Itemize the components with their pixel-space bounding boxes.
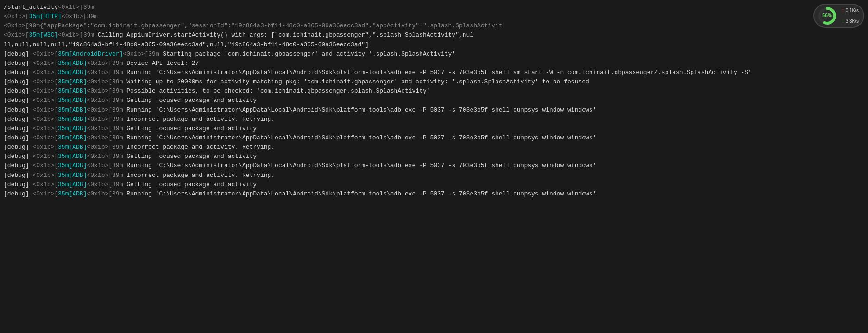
upload-speed-row: ↑ 0.1K/s [842,6,859,15]
upload-speed-value: 0.1K/s [846,7,859,14]
log-line-12: [debug] <0x1b>[35m[ADB]<0x1b>[39m Runnin… [4,106,864,115]
log-line-8: [debug] <0x1b>[35m[ADB]<0x1b>[39m Runnin… [4,68,864,77]
log-line-9: [debug] <0x1b>[35m[ADB]<0x1b>[39m Waitin… [4,77,864,87]
log-line-20: [debug] <0x1b>[35m[ADB]<0x1b>[39m Gettin… [4,180,864,189]
log-line-17: [debug] <0x1b>[35m[ADB]<0x1b>[39m Gettin… [4,152,864,161]
log-line-15: [debug] <0x1b>[35m[ADB]<0x1b>[39m Runnin… [4,133,864,143]
log-line-13: [debug] <0x1b>[35m[ADB]<0x1b>[39m Incorr… [4,115,864,124]
log-line-14: [debug] <0x1b>[35m[ADB]<0x1b>[39m Gettin… [4,124,864,133]
log-line-21: [debug] <0x1b>[35m[ADB]<0x1b>[39m Runnin… [4,189,864,199]
terminal: /start_activity<0x1b>[39m <0x1b>[35m[HTT… [0,0,868,333]
log-line-6: [debug] <0x1b>[35m[AndroidDriver]<0x1b>[… [4,50,864,59]
log-line-1: /start_activity<0x1b>[39m [4,3,864,12]
log-line-2: <0x1b>[35m[HTTP]<0x1b>[39m [4,12,864,21]
cpu-percent-label: 56% [822,12,832,19]
log-line-18: [debug] <0x1b>[35m[ADB]<0x1b>[39m Runnin… [4,161,864,170]
log-line-16: [debug] <0x1b>[35m[ADB]<0x1b>[39m Incorr… [4,143,864,152]
log-line-3: <0x1b>[90m{"appPackage":"com.ichinait.gb… [4,21,864,31]
download-speed-value: 3.3K/s [846,18,859,25]
download-arrow-icon: ↓ [842,17,844,25]
cpu-donut-chart: 56% [817,6,837,26]
log-line-7: [debug] <0x1b>[35m[ADB]<0x1b>[39m Device… [4,59,864,68]
log-line-11: [debug] <0x1b>[35m[ADB]<0x1b>[39m Gettin… [4,96,864,105]
upload-arrow-icon: ↑ [842,6,844,15]
download-speed-row: ↓ 3.3K/s [842,17,859,25]
network-widget: 56% ↑ 0.1K/s ↓ 3.3K/s [813,4,864,28]
network-speeds: ↑ 0.1K/s ↓ 3.3K/s [842,6,859,25]
log-line-10: [debug] <0x1b>[35m[ADB]<0x1b>[39m Possib… [4,87,864,96]
log-line-5: ll,null,null,null,"19c864a3-bf11-48c0-a3… [4,40,864,50]
log-line-4: <0x1b>[35m[W3C]<0x1b>[39m Calling Appium… [4,31,864,40]
log-line-19: [debug] <0x1b>[35m[ADB]<0x1b>[39m Incorr… [4,171,864,180]
